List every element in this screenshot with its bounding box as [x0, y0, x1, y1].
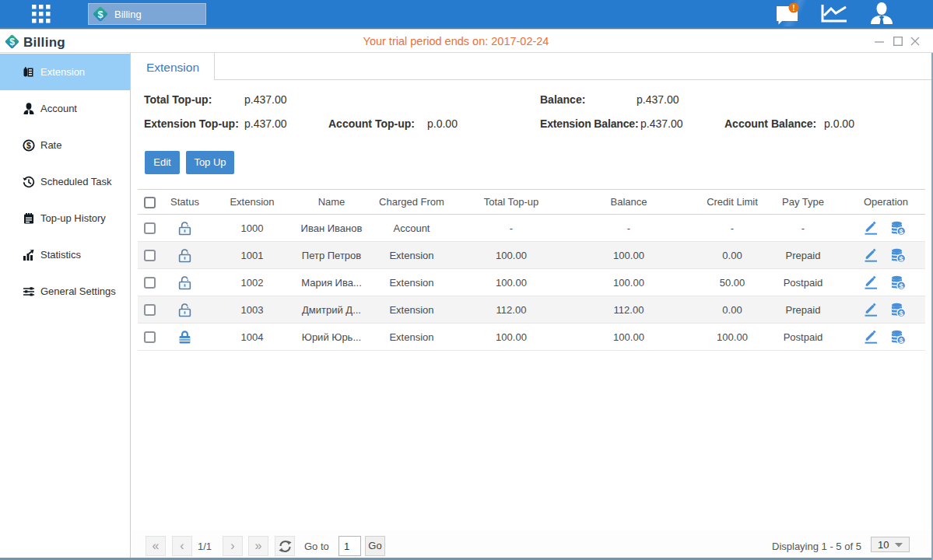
- svg-text:$: $: [900, 254, 904, 262]
- svg-text:$: $: [900, 281, 904, 289]
- svg-text:$: $: [900, 308, 904, 317]
- svg-text:$: $: [26, 141, 31, 150]
- svg-text:!: !: [792, 4, 794, 12]
- svg-text:$: $: [97, 9, 103, 20]
- svg-text:$: $: [900, 226, 904, 235]
- svg-text:$: $: [900, 335, 904, 344]
